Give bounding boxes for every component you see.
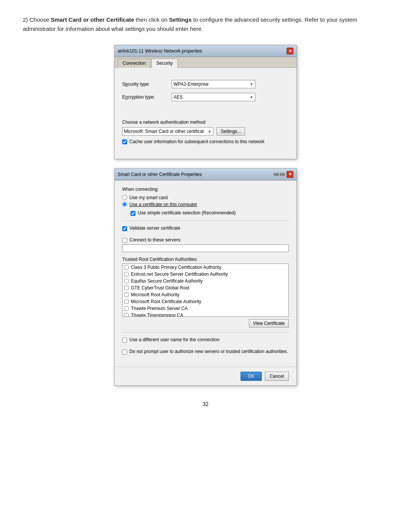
cert-list-wrapper: Class 3 Public Primary Certification Aut…	[122, 264, 289, 317]
radio-smart-card-row: Use my smart card	[122, 195, 289, 200]
simple-cert-row: Use simple certificate selection (Recomm…	[131, 210, 289, 216]
security-type-value: WPA2-Enterprise	[174, 81, 209, 87]
cert-list[interactable]: Class 3 Public Primary Certification Aut…	[122, 264, 289, 317]
dialog2-footer: OK Cancel	[115, 367, 296, 385]
list-item: Class 3 Public Primary Certification Aut…	[123, 264, 283, 271]
diff-user-row: Use a different user name for the connec…	[122, 337, 289, 343]
cert-checkbox-0[interactable]	[124, 265, 129, 270]
view-certificate-button[interactable]: View Certificate	[249, 319, 289, 328]
page-number: 32	[23, 401, 388, 407]
encryption-type-label: Encryption type:	[122, 94, 172, 100]
diff-user-label: Use a different user name for the connec…	[129, 337, 220, 342]
dialog1-content: Security type: WPA2-Enterprise ▼ Encrypt…	[115, 68, 296, 159]
auth-method-select[interactable]: Microsoft: Smart Card or other certifica…	[122, 127, 213, 136]
connect-servers-row: Connect to these servers:	[122, 237, 289, 243]
cert-list-content: Class 3 Public Primary Certification Aut…	[123, 264, 283, 317]
encryption-type-row: Encryption type: AES ▼	[122, 93, 289, 101]
validate-server-checkbox[interactable]	[122, 226, 127, 231]
radio-certificate[interactable]	[122, 202, 127, 207]
radio-smart-card[interactable]	[122, 195, 127, 200]
cache-label: Cache user information for subsequent co…	[129, 139, 264, 145]
no-prompt-checkbox[interactable]	[122, 350, 127, 355]
intro-bold1: Smart Card or other Certificate	[51, 16, 134, 23]
dialog1-close-button[interactable]: ✕	[287, 48, 293, 54]
dialog2-titlebar: Smart Card or other Certificate Properti…	[115, 169, 296, 181]
separator2	[122, 332, 289, 332]
tab-security[interactable]: Security	[151, 59, 178, 68]
no-prompt-row: Do not prompt user to authorize new serv…	[122, 349, 289, 355]
cache-checkbox[interactable]	[122, 139, 127, 144]
security-type-label: Security type:	[122, 81, 172, 87]
cert-checkbox-1[interactable]	[124, 272, 129, 276]
dialog1-titlebar: airlink101-11 Wireless Network propertie…	[115, 45, 296, 57]
encryption-type-value: AES	[174, 94, 183, 100]
tab-connection[interactable]: Connection	[118, 59, 151, 68]
encryption-type-arrow-icon: ▼	[250, 95, 253, 99]
simple-cert-checkbox[interactable]	[131, 211, 135, 216]
dialog1-tabs: Connection Security	[115, 57, 296, 68]
list-item: Microsoft Root Certificate Authority	[123, 298, 283, 305]
list-item: Thawte Premium Server CA	[123, 305, 283, 312]
servers-input-wrapper	[122, 244, 289, 252]
radio-certificate-label: Use a certificate on this computer	[129, 202, 197, 207]
smart-card-properties-dialog: Smart Card or other Certificate Properti…	[114, 168, 297, 386]
wireless-network-properties-dialog: airlink101-11 Wireless Network propertie…	[114, 45, 297, 159]
connect-servers-label: Connect to these servers:	[129, 237, 182, 243]
list-item: Microsoft Root Authority	[123, 291, 283, 298]
view-cert-wrapper: View Certificate	[122, 319, 289, 328]
auth-method-value: Microsoft: Smart Card or other certifica…	[124, 129, 204, 134]
when-connecting-label: When connecting:	[122, 187, 289, 192]
security-type-select[interactable]: WPA2-Enterprise ▼	[172, 80, 255, 88]
dialog1-title: airlink101-11 Wireless Network propertie…	[118, 48, 202, 54]
validate-server-label: Validate server certificate	[129, 225, 180, 231]
dialog2-close-button[interactable]: ✕	[287, 171, 293, 178]
connect-servers-checkbox[interactable]	[122, 238, 127, 243]
cancel-button[interactable]: Cancel	[265, 372, 289, 381]
auth-method-row: Microsoft: Smart Card or other certifica…	[122, 127, 289, 136]
intro-bold2: Settings	[169, 16, 191, 23]
list-item: Thawte Timestamping CA	[123, 312, 283, 317]
dialog2-resize-icon	[274, 173, 285, 176]
intro-text-start: 2) Choose	[23, 16, 51, 23]
encryption-type-select[interactable]: AES ▼	[172, 93, 255, 101]
trusted-root-label: Trusted Root Certification Authorities:	[122, 257, 289, 262]
servers-text-input[interactable]	[122, 244, 289, 252]
cert-checkbox-7[interactable]	[124, 313, 129, 317]
cert-checkbox-6[interactable]	[124, 306, 129, 311]
intro-paragraph: 2) Choose Smart Card or other Certificat…	[23, 15, 388, 34]
security-type-arrow-icon: ▼	[250, 82, 253, 86]
radio-certificate-row: Use a certificate on this computer	[122, 202, 289, 207]
auth-method-label: Choose a network authentication method:	[122, 120, 289, 125]
list-item: Entrust.net Secure Server Certification …	[123, 271, 283, 278]
cert-checkbox-4[interactable]	[124, 292, 129, 297]
list-item: GTE CyberTrust Global Root	[123, 284, 283, 291]
dialogs-container: airlink101-11 Wireless Network propertie…	[23, 45, 388, 386]
validate-server-row: Validate server certificate	[122, 225, 289, 231]
cert-checkbox-3[interactable]	[124, 286, 129, 290]
radio-smart-card-label: Use my smart card	[129, 195, 168, 200]
simple-cert-label: Use simple certificate selection (Recomm…	[138, 210, 236, 216]
cert-checkbox-5[interactable]	[124, 299, 129, 304]
list-item: Equifax Secure Certificate Authority	[123, 278, 283, 284]
separator1	[122, 220, 289, 221]
dialog2-content: When connecting: Use my smart card Use a…	[115, 181, 296, 367]
security-type-row: Security type: WPA2-Enterprise ▼	[122, 80, 289, 88]
cert-checkbox-2[interactable]	[124, 279, 129, 283]
diff-user-checkbox[interactable]	[122, 338, 127, 343]
dialog2-title: Smart Card or other Certificate Properti…	[118, 172, 202, 177]
auth-method-arrow-icon: ▼	[208, 129, 212, 134]
settings-button[interactable]: Settings...	[217, 127, 245, 136]
intro-text-middle: then click on	[134, 16, 169, 23]
ok-button[interactable]: OK	[241, 372, 261, 381]
no-prompt-label: Do not prompt user to authorize new serv…	[129, 349, 288, 354]
cache-checkbox-row: Cache user information for subsequent co…	[122, 139, 289, 145]
